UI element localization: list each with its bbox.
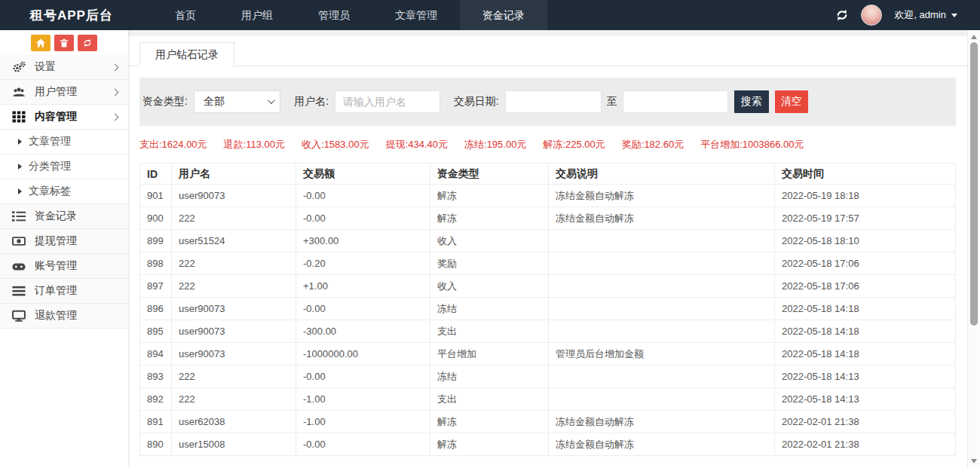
sidebar-item-refund-management[interactable]: 退款管理 [0, 304, 128, 329]
chevron-right-icon [112, 63, 119, 71]
gears-icon [12, 61, 29, 73]
table-cell: 222 [172, 252, 296, 275]
table-cell: 891 [140, 411, 172, 433]
nav-item-home[interactable]: 首页 [152, 0, 219, 30]
nav-item-user-groups[interactable]: 用户组 [219, 0, 296, 30]
table-cell: 222 [172, 275, 296, 298]
table-cell [549, 320, 775, 343]
table-cell: 895 [140, 320, 172, 343]
nav-item-administrators[interactable]: 管理员 [296, 0, 372, 30]
column-header: 资金类型 [430, 164, 549, 185]
gamepad-icon [12, 260, 29, 272]
table-row: 890user15008-0.00解冻冻结金额自动解冻2022-02-01 21… [140, 433, 956, 456]
nav-item-fund-records[interactable]: 资金记录 [460, 0, 547, 30]
column-header: 交易说明 [549, 164, 775, 185]
sidebar-item-label: 提现管理 [35, 234, 77, 248]
sidebar-item-category-management[interactable]: 分类管理 [0, 154, 128, 179]
table-row: 892222-1.00支出2022-05-18 14:13 [140, 388, 956, 411]
table-cell: 解冻 [430, 185, 549, 207]
table-cell: 890 [140, 433, 172, 456]
table-cell: 2022-05-18 14:13 [775, 388, 956, 411]
filter-bar: 资金类型: 全部 用户名: 交易日期: 至 搜索 清空 [139, 78, 956, 126]
records-table: ID用户名交易额资金类型交易说明交易时间 901user90073-0.00解冻… [139, 163, 956, 456]
top-navbar: 租号APP后台 首页用户组管理员文章管理资金记录 欢迎, admin [0, 0, 980, 30]
table-cell: 893 [140, 366, 172, 388]
user-menu[interactable]: 欢迎, admin [894, 8, 957, 22]
date-to-input[interactable] [623, 90, 728, 113]
refresh-icon[interactable] [835, 8, 849, 22]
sidebar-item-content-management[interactable]: 内容管理 [0, 105, 128, 130]
vertical-scrollbar[interactable] [967, 30, 980, 468]
sidebar-item-label: 设置 [35, 60, 56, 74]
money-icon [12, 235, 29, 247]
table-cell: 222 [172, 388, 296, 411]
table-cell: 899 [140, 230, 172, 252]
home-button[interactable] [31, 35, 51, 51]
date-from-input[interactable] [505, 90, 602, 113]
table-cell [549, 366, 775, 388]
sidebar-item-label: 订单管理 [35, 284, 77, 298]
table-cell: -1.00 [296, 388, 430, 411]
sidebar-item-fund-records[interactable]: 资金记录 [0, 204, 128, 229]
sidebar-item-settings[interactable]: 设置 [0, 55, 128, 80]
table-cell: 收入 [430, 275, 549, 298]
table-cell: 892 [140, 388, 172, 411]
table-cell: 冻结金额自动解冻 [549, 207, 775, 230]
table-cell: 支出 [430, 388, 549, 411]
table-header-row: ID用户名交易额资金类型交易说明交易时间 [140, 164, 956, 185]
sidebar-item-order-management[interactable]: 订单管理 [0, 279, 128, 304]
scroll-up-arrow-icon[interactable] [971, 35, 977, 39]
stat-item: 提现:434.40元 [386, 138, 448, 151]
table-cell: -0.00 [296, 298, 430, 320]
fund-type-label: 资金类型: [142, 95, 188, 109]
stat-item: 支出:1624.00元 [139, 138, 207, 151]
table-cell: -1.00 [296, 411, 430, 433]
clear-cache-button[interactable] [54, 35, 74, 51]
username-input[interactable] [335, 90, 440, 113]
sidebar-item-article-management[interactable]: 文章管理 [0, 130, 128, 154]
table-cell: 894 [140, 343, 172, 366]
sidebar-item-article-tags[interactable]: 文章标签 [0, 179, 128, 204]
tab-user-diamond-records[interactable]: 用户钻石记录 [139, 42, 234, 66]
table-cell: 2022-05-18 14:13 [775, 366, 956, 388]
monitor-icon [12, 310, 29, 322]
triangle-right-icon [18, 139, 22, 145]
table-row: 891user62038-1.00解冻冻结金额自动解冻2022-02-01 21… [140, 411, 956, 433]
sidebar-item-label: 文章标签 [29, 185, 71, 198]
search-button[interactable]: 搜索 [734, 90, 769, 113]
sidebar-item-withdrawal-management[interactable]: 提现管理 [0, 229, 128, 254]
table-cell: 2022-05-19 18:18 [775, 185, 956, 207]
table-cell: -0.00 [296, 207, 430, 230]
scrollbar-thumb[interactable] [970, 42, 978, 326]
summary-stats: 支出:1624.00元退款:113.00元收入:1583.00元提现:434.4… [139, 138, 956, 151]
clear-button[interactable]: 清空 [775, 90, 808, 113]
fund-type-select[interactable]: 全部 [194, 90, 280, 113]
sidebar-item-account-management[interactable]: 账号管理 [0, 254, 128, 279]
sidebar-item-label: 退款管理 [35, 309, 77, 323]
column-header: ID [140, 164, 172, 185]
table-cell [549, 230, 775, 252]
recycle-button[interactable] [78, 35, 97, 51]
table-cell: -300.00 [296, 320, 430, 343]
table-cell [549, 252, 775, 275]
avatar[interactable] [861, 5, 882, 26]
home-icon [36, 38, 45, 47]
username-label: 用户名: [294, 95, 329, 109]
nav-item-article-management[interactable]: 文章管理 [372, 0, 460, 30]
table-cell: 冻结 [430, 366, 549, 388]
stat-item: 退款:113.00元 [224, 138, 285, 151]
table-cell: 2022-05-18 18:10 [775, 230, 956, 252]
table-cell: user90073 [172, 320, 296, 343]
table-row: 893222-0.00冻结2022-05-18 14:13 [140, 366, 956, 388]
table-row: 901user90073-0.00解冻冻结金额自动解冻2022-05-19 18… [140, 185, 956, 207]
table-cell: 管理员后台增加金额 [549, 343, 775, 366]
sidebar-item-user-management[interactable]: 用户管理 [0, 80, 128, 105]
table-header: ID用户名交易额资金类型交易说明交易时间 [140, 164, 956, 185]
table-cell: user90073 [172, 298, 296, 320]
table-cell [549, 275, 775, 298]
scroll-down-arrow-icon[interactable] [971, 459, 977, 463]
table-cell: 冻结金额自动解冻 [549, 433, 775, 456]
navbar-menu: 首页用户组管理员文章管理资金记录 [152, 0, 547, 30]
triangle-right-icon [18, 188, 22, 194]
table-cell: 冻结金额自动解冻 [549, 185, 775, 207]
